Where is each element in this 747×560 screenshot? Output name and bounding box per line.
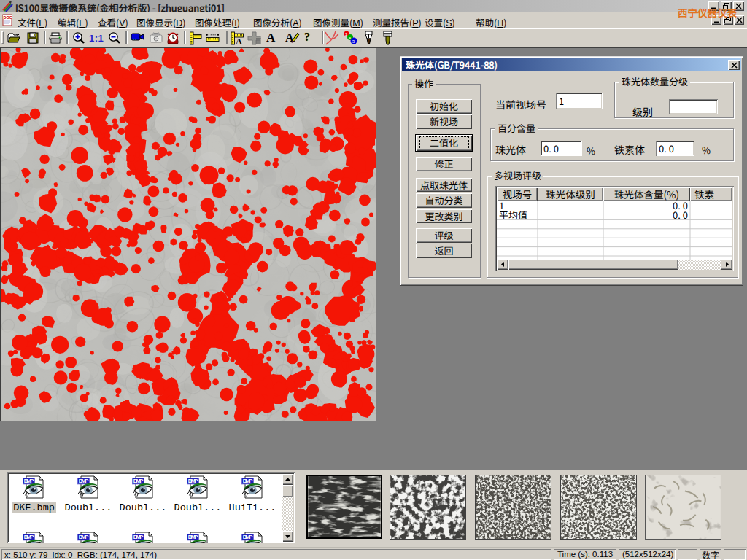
svg-text:BMP: BMP	[242, 478, 252, 484]
svg-text:平均值: 平均值	[499, 208, 527, 222]
svg-text:BMP: BMP	[78, 478, 88, 484]
svg-text:BMP: BMP	[133, 534, 143, 540]
svg-text:BMP: BMP	[24, 534, 34, 540]
svg-text:BMP: BMP	[78, 534, 88, 540]
svg-text:BMP: BMP	[187, 478, 198, 484]
svg-text:DOC: DOC	[4, 15, 12, 20]
svg-text:BMP: BMP	[242, 534, 252, 540]
svg-text:0. 0: 0. 0	[673, 208, 688, 222]
svg-text:A: A	[236, 36, 242, 46]
svg-text:BMP: BMP	[187, 534, 198, 540]
svg-text:BMP: BMP	[133, 478, 143, 484]
svg-text:BMP: BMP	[24, 478, 34, 484]
